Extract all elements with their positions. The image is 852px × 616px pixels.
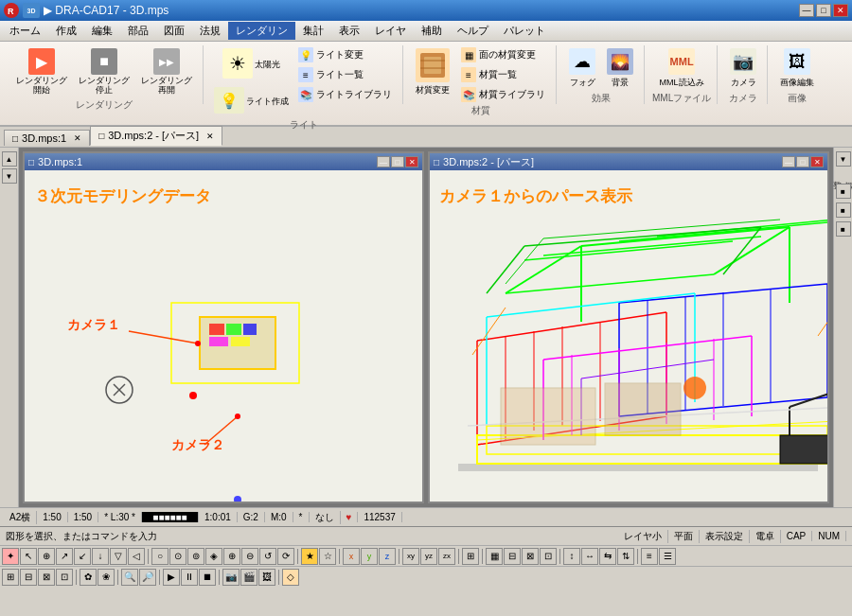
tb-btn-r7[interactable]: 🔍 xyxy=(121,569,138,586)
tb-btn-20[interactable]: ▦ xyxy=(486,548,503,565)
tab-close-1[interactable]: ✕ xyxy=(74,133,81,143)
tb-btn-r10[interactable]: ⏸ xyxy=(181,569,198,586)
tb-btn-16[interactable]: ⟳ xyxy=(277,548,294,565)
menu-edit[interactable]: 編集 xyxy=(84,22,120,40)
tb-btn-r11[interactable]: ⏹ xyxy=(199,569,216,586)
tb-btn-r15[interactable]: ◇ xyxy=(282,569,299,586)
tb-btn-21[interactable]: ⊟ xyxy=(504,548,521,565)
tab-3dmps1[interactable]: □ 3D.mps:1 ✕ xyxy=(4,130,90,146)
tb-btn-y[interactable]: y xyxy=(361,548,378,565)
tb-btn-27[interactable]: ⇅ xyxy=(617,548,634,565)
tb-btn-10[interactable]: ⊙ xyxy=(169,548,186,565)
tb-btn-22[interactable]: ⊠ xyxy=(522,548,539,565)
tb-btn-r8[interactable]: 🔎 xyxy=(139,569,156,586)
tb-btn-8[interactable]: ◁ xyxy=(128,548,145,565)
tb-btn-r3[interactable]: ⊠ xyxy=(38,569,55,586)
tb-btn-13[interactable]: ⊕ xyxy=(223,548,240,565)
tb-btn-19[interactable]: ⊞ xyxy=(462,548,479,565)
tb-btn-3[interactable]: ⊕ xyxy=(38,548,55,565)
tb-btn-7[interactable]: ▽ xyxy=(110,548,127,565)
menu-parts[interactable]: 部品 xyxy=(120,22,156,40)
tb-btn-14[interactable]: ⊖ xyxy=(241,548,258,565)
tb-btn-9[interactable]: ○ xyxy=(151,548,169,565)
tb-btn-r13[interactable]: 🎬 xyxy=(240,569,257,586)
tb-btn-18[interactable]: ☆ xyxy=(319,548,336,565)
light-library-button[interactable]: 📚 ライトライブラリ xyxy=(293,85,397,104)
side-right-btn-3[interactable]: ■ xyxy=(836,202,851,218)
menu-regulation[interactable]: 法規 xyxy=(192,22,228,40)
tb-btn-12[interactable]: ◈ xyxy=(205,548,222,565)
side-right-btn-1[interactable]: ▼ xyxy=(836,151,851,167)
tb-btn-25[interactable]: ↔ xyxy=(581,548,598,565)
material-library-button[interactable]: 📚 材質ライブラリ xyxy=(456,85,550,104)
tb-btn-r5[interactable]: ✿ xyxy=(80,569,97,586)
tb-btn-26[interactable]: ⇆ xyxy=(599,548,616,565)
tb-btn-r14[interactable]: 🖼 xyxy=(258,569,275,586)
menu-drawing[interactable]: 図面 xyxy=(156,22,192,40)
menu-view[interactable]: 表示 xyxy=(331,22,367,40)
background-button[interactable]: 🌄 背景 xyxy=(602,45,638,92)
tb-btn-4[interactable]: ↗ xyxy=(56,548,73,565)
tb-btn-r6[interactable]: ❀ xyxy=(98,569,115,586)
render-resume-button[interactable]: ▶▶ レンダリング再開 xyxy=(136,45,197,98)
tb-btn-z[interactable]: z xyxy=(379,548,396,565)
menu-total[interactable]: 集計 xyxy=(295,22,331,40)
tab-close-2[interactable]: ✕ xyxy=(206,132,214,141)
cad-content-plan[interactable]: ３次元モデリングデータ カメラ１ xyxy=(25,170,422,502)
cad-maximize-perspective[interactable]: □ xyxy=(796,156,809,167)
cad-maximize-plan[interactable]: □ xyxy=(391,156,404,167)
tb-btn-5[interactable]: ↙ xyxy=(74,548,91,565)
sunlight-button[interactable]: ☀ 太陽光 xyxy=(220,45,283,83)
menu-rendering[interactable]: レンダリン xyxy=(228,22,295,40)
tb-btn-11[interactable]: ⊚ xyxy=(187,548,204,565)
fog-button[interactable]: ☁ フォグ xyxy=(564,45,600,92)
tb-btn-zx[interactable]: zx xyxy=(438,548,455,565)
cad-minimize-plan[interactable]: — xyxy=(377,156,390,167)
tb-btn-15[interactable]: ↺ xyxy=(259,548,276,565)
render-stop-button[interactable]: ■ レンダリング停止 xyxy=(74,45,134,98)
face-material-button[interactable]: ▦ 面の材質変更 xyxy=(456,45,550,64)
tb-btn-28[interactable]: ≡ xyxy=(641,548,658,565)
tb-btn-17[interactable]: ★ xyxy=(301,548,318,565)
close-button[interactable]: ✕ xyxy=(833,4,848,17)
cad-close-plan[interactable]: ✕ xyxy=(405,156,418,167)
tb-btn-r4[interactable]: ⊡ xyxy=(56,569,73,586)
tb-btn-6[interactable]: ↓ xyxy=(92,548,109,565)
light-create-button[interactable]: 💡 ライト作成 xyxy=(211,84,292,118)
light-change-button[interactable]: 💡 ライト変更 xyxy=(293,45,397,64)
tb-btn-pointer[interactable]: ✦ xyxy=(2,548,19,565)
tb-btn-x[interactable]: x xyxy=(343,548,360,565)
tb-btn-r12[interactable]: 📷 xyxy=(222,569,240,586)
tb-btn-yz[interactable]: yz xyxy=(420,548,437,565)
tb-btn-24[interactable]: ↕ xyxy=(563,548,580,565)
cad-minimize-perspective[interactable]: — xyxy=(782,156,795,167)
cad-close-perspective[interactable]: ✕ xyxy=(810,156,824,167)
material-list-button[interactable]: ≡ 材質一覧 xyxy=(456,65,550,84)
tb-btn-29[interactable]: ☰ xyxy=(659,548,676,565)
menu-help[interactable]: ヘルプ xyxy=(450,22,496,40)
menu-create[interactable]: 作成 xyxy=(48,22,84,40)
material-change-button[interactable]: 材質変更 xyxy=(411,45,454,99)
image-edit-button[interactable]: 🖼 画像編集 xyxy=(775,45,819,92)
tab-3dmps2[interactable]: □ 3D.mps:2 - [パース] ✕ xyxy=(90,126,222,146)
cad-content-perspective[interactable]: カメラ１からのパース表示 xyxy=(430,170,827,502)
tb-btn-xy[interactable]: xy xyxy=(402,548,419,565)
side-btn-1[interactable]: ▲ xyxy=(2,151,17,167)
minimize-button[interactable]: — xyxy=(799,4,814,17)
tb-btn-2[interactable]: ↖ xyxy=(20,548,37,565)
mml-load-button[interactable]: MML MML読込み xyxy=(655,45,709,92)
menu-palette[interactable]: パレット xyxy=(496,22,553,40)
camera-button[interactable]: 📷 カメラ xyxy=(725,45,761,92)
tb-btn-r1[interactable]: ⊞ xyxy=(2,569,19,586)
tb-btn-r2[interactable]: ⊟ xyxy=(20,569,37,586)
tb-btn-23[interactable]: ⊡ xyxy=(540,548,557,565)
menu-home[interactable]: ホーム xyxy=(2,22,48,40)
side-right-btn-2[interactable]: ■ xyxy=(836,184,851,199)
maximize-button[interactable]: □ xyxy=(816,4,831,17)
render-start-button[interactable]: ▶ レンダリング開始 xyxy=(11,45,72,98)
side-btn-2[interactable]: ▼ xyxy=(2,168,17,184)
light-list-button[interactable]: ≡ ライト一覧 xyxy=(293,65,397,84)
tb-btn-r9[interactable]: ▶ xyxy=(163,569,180,586)
menu-assist[interactable]: 補助 xyxy=(414,22,450,40)
menu-layer[interactable]: レイヤ xyxy=(367,22,414,40)
